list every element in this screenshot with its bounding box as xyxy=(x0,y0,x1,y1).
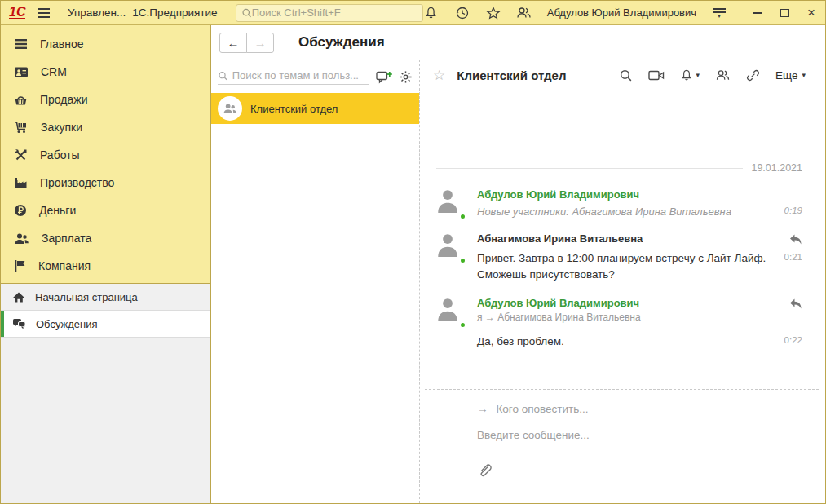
people-icon xyxy=(14,232,29,245)
reply-icon[interactable] xyxy=(788,297,802,310)
sidebar-item-sales[interactable]: Продажи xyxy=(1,86,210,113)
favorite-star-icon[interactable]: ☆ xyxy=(433,67,445,84)
platform-title: 1С:Предприятие xyxy=(132,7,217,19)
service-menu-icon[interactable]: ▾ xyxy=(711,8,727,18)
chat-members-icon[interactable] xyxy=(715,69,731,82)
chat-notifications-icon[interactable]: ▾ xyxy=(680,69,700,82)
message-text: Привет. Завтра в 12:00 планируем встречу… xyxy=(477,250,784,282)
person-icon xyxy=(436,297,459,322)
notifications-bell-icon[interactable] xyxy=(423,5,440,21)
more-button[interactable]: Еще ▾ xyxy=(775,69,806,82)
global-search[interactable] xyxy=(236,4,423,22)
avatar xyxy=(436,297,477,350)
message-time: 0:22 xyxy=(784,334,802,347)
message-meta: Новые участники: Абнагимова Ирина Виталь… xyxy=(477,206,784,218)
link-icon[interactable] xyxy=(746,69,760,82)
close-button[interactable]: × xyxy=(807,9,815,17)
message-text: Да, без проблем. xyxy=(477,334,784,350)
top-bar: 1С Управлен... 1С:Предприятие Абдулов Юр… xyxy=(1,1,825,25)
messages-area: 19.01.2021 Абдулов Юрий Владимирович xyxy=(420,91,825,389)
sidebar-item-money[interactable]: Деньги xyxy=(1,197,210,224)
tab-discussions[interactable]: Обсуждения xyxy=(1,311,210,338)
avatar xyxy=(436,188,477,218)
message-author[interactable]: Абнагимова Ирина Витальевна xyxy=(477,232,802,245)
video-call-icon[interactable] xyxy=(648,69,665,82)
notify-placeholder: Кого оповестить... xyxy=(497,403,589,415)
sidebar-item-works[interactable]: Работы xyxy=(1,141,210,169)
collaboration-people-icon[interactable] xyxy=(516,5,532,21)
current-user-name[interactable]: Абдулов Юрий Владимирович xyxy=(547,7,696,19)
online-status-dot xyxy=(459,321,466,329)
date-separator: 19.01.2021 xyxy=(436,162,802,174)
page-title: Обсуждения xyxy=(298,34,385,51)
chat-header: ☆ Клиентский отдел ▾ xyxy=(420,60,825,91)
attach-file-icon[interactable] xyxy=(477,462,493,480)
home-icon xyxy=(12,291,25,303)
avatar xyxy=(436,232,477,282)
caret-down-icon: ▾ xyxy=(696,71,700,79)
reply-icon[interactable] xyxy=(788,232,802,245)
discussions-list-pane: Клиентский отдел xyxy=(211,60,419,503)
gear-icon[interactable] xyxy=(399,70,413,84)
app-window: 1С Управлен... 1С:Предприятие Абдулов Юр… xyxy=(0,0,826,504)
minimize-button[interactable] xyxy=(753,12,762,14)
online-status-dot xyxy=(459,257,466,264)
discussion-list-item[interactable]: Клиентский отдел xyxy=(211,93,419,124)
menu-icon xyxy=(14,38,28,50)
search-icon xyxy=(218,70,228,82)
sidebar-item-production[interactable]: Производство xyxy=(1,169,210,197)
chat-bubbles-icon xyxy=(12,318,26,330)
ruble-coin-icon xyxy=(14,204,27,217)
notify-field[interactable]: → Кого оповестить... xyxy=(477,403,819,415)
sidebar-item-main[interactable]: Главное xyxy=(1,30,210,58)
global-search-input[interactable] xyxy=(252,7,417,19)
new-discussion-icon[interactable] xyxy=(376,70,392,84)
factory-icon xyxy=(14,177,28,189)
composer: → Кого оповестить... Введите сообщение..… xyxy=(425,389,819,503)
message-author[interactable]: Абдулов Юрий Владимирович xyxy=(477,188,802,201)
sidebar-item-company[interactable]: Компания xyxy=(1,252,210,280)
1c-logo-icon: 1С xyxy=(9,6,25,20)
message-placeholder: Введите сообщение... xyxy=(477,429,590,441)
favorites-star-icon[interactable] xyxy=(485,5,501,21)
form-header: ← → Обсуждения xyxy=(211,25,825,60)
address-book-icon xyxy=(14,66,29,78)
chat-search-icon[interactable] xyxy=(619,69,633,82)
message: Абдулов Юрий Владимирович я → Абнагимова… xyxy=(436,297,802,350)
message-recipient: я → Абнагимова Ирина Витальевна xyxy=(477,312,802,323)
message-time: 0:19 xyxy=(784,206,802,215)
person-icon xyxy=(436,232,459,258)
message-system: Абдулов Юрий Владимирович Новые участник… xyxy=(436,188,802,218)
sidebar-item-purchases[interactable]: Закупки xyxy=(1,113,210,141)
basket-icon xyxy=(14,94,28,106)
sidebar-item-salary[interactable]: Зарплата xyxy=(1,224,210,252)
discussions-search[interactable] xyxy=(218,69,369,85)
sidebar: Главное CRM Продажи Закупки Работы xyxy=(1,25,211,503)
tools-icon xyxy=(14,148,28,161)
app-title: Управлен... xyxy=(68,7,126,19)
tab-home-page[interactable]: Начальная страница xyxy=(1,284,210,311)
message-input[interactable]: Введите сообщение... xyxy=(477,429,819,441)
message: Абнагимова Ирина Витальевна Привет. Завт… xyxy=(436,232,802,282)
group-avatar xyxy=(218,96,242,121)
discussions-search-input[interactable] xyxy=(232,69,369,82)
flag-icon xyxy=(14,259,26,272)
message-author[interactable]: Абдулов Юрий Владимирович xyxy=(477,297,802,309)
history-icon[interactable] xyxy=(454,5,470,21)
cart-icon xyxy=(14,121,29,134)
message-time: 0:21 xyxy=(784,250,802,264)
notify-arrow-icon: → xyxy=(477,403,488,415)
nav-forward-button[interactable]: → xyxy=(246,33,274,53)
search-icon xyxy=(241,7,252,19)
person-icon xyxy=(436,188,459,214)
nav-back-button[interactable]: ← xyxy=(219,33,247,53)
sidebar-empty-area xyxy=(1,338,210,503)
group-people-icon xyxy=(223,103,237,114)
maximize-button[interactable] xyxy=(780,9,789,17)
chat-pane: ☆ Клиентский отдел ▾ xyxy=(419,60,825,503)
date-label: 19.01.2021 xyxy=(751,162,802,174)
sidebar-item-crm[interactable]: CRM xyxy=(1,58,210,86)
chat-title: Клиентский отдел xyxy=(457,69,566,82)
main-menu-icon[interactable] xyxy=(38,8,50,18)
caret-down-icon: ▾ xyxy=(802,71,806,79)
